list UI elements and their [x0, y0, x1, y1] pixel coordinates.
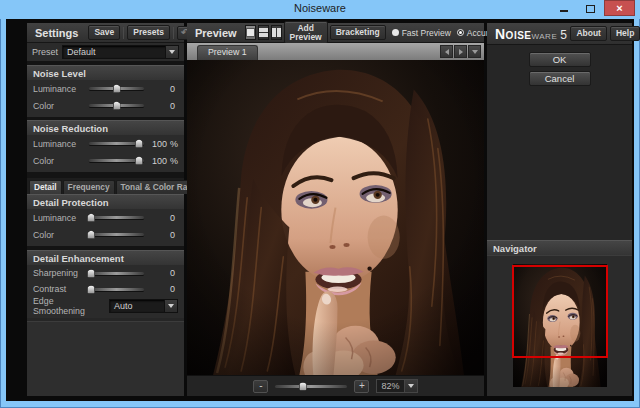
single-view-icon	[246, 28, 255, 37]
preview-tab[interactable]: Preview 1	[197, 45, 258, 60]
about-button[interactable]: About	[570, 26, 607, 41]
app-background: Settings Save Presets ↶ ↷ Preset Default	[6, 19, 634, 401]
noise-level-section: Noise Level Luminance 0 Color 0	[27, 65, 184, 117]
edge-smoothening-label: Edge Smoothening	[33, 296, 105, 316]
slider-value: 0	[148, 268, 178, 278]
contrast-slider[interactable]	[89, 284, 144, 295]
cancel-button[interactable]: Cancel	[529, 71, 591, 86]
zoom-slider-thumb[interactable]	[299, 382, 307, 391]
vertical-split-view-button[interactable]	[271, 25, 282, 40]
slider-label: Luminance	[33, 84, 85, 94]
noise-reduction-color-row: Color 100%	[27, 152, 184, 169]
noise-level-luminance-row: Luminance 0	[27, 80, 184, 97]
detail-protection-section: Detail Protection Luminance 0 Color 0	[27, 194, 184, 246]
slider-thumb[interactable]	[87, 269, 95, 278]
zoom-in-button[interactable]: +	[354, 380, 369, 393]
preset-dropdown[interactable]: Default	[62, 45, 179, 59]
brand-toolbar: Noiseware5 About Help	[487, 23, 632, 45]
help-button[interactable]: Help	[610, 26, 640, 41]
detail-protection-color-row: Color 0	[27, 226, 184, 243]
zoom-level-value: 82%	[377, 381, 403, 391]
chevron-down-icon	[472, 50, 478, 54]
tab-scroll-right-button[interactable]	[454, 45, 467, 58]
slider-thumb[interactable]	[87, 285, 95, 294]
navigator-body	[487, 255, 632, 396]
single-view-button[interactable]	[245, 25, 256, 40]
close-button[interactable]: ×	[604, 0, 635, 16]
detail-enhancement-section: Detail Enhancement Sharpening 0 Contrast…	[27, 250, 184, 318]
detail-protection-color-slider[interactable]	[89, 229, 144, 240]
preset-label: Preset	[32, 47, 58, 57]
tab-detail[interactable]: Detail	[29, 180, 62, 194]
presets-button[interactable]: Presets	[127, 25, 170, 40]
section-title: Detail Enhancement	[27, 250, 184, 265]
logo-ware-text: ware	[532, 28, 558, 42]
chevron-down-icon	[168, 304, 174, 308]
action-buttons: OK Cancel	[487, 45, 632, 92]
sharpening-slider[interactable]	[89, 268, 144, 279]
slider-thumb[interactable]	[135, 139, 143, 148]
preview-image[interactable]	[187, 60, 484, 375]
slider-label: Luminance	[33, 213, 85, 223]
noise-reduction-luminance-slider[interactable]	[89, 138, 144, 149]
portrait-photo	[187, 60, 484, 375]
slider-thumb[interactable]	[87, 230, 95, 239]
slider-thumb[interactable]	[113, 101, 121, 110]
slider-label: Color	[33, 230, 85, 240]
tab-scroll-left-button[interactable]	[440, 45, 453, 58]
zoom-level-dropdown-button[interactable]	[404, 380, 417, 392]
chevron-left-icon	[445, 49, 449, 55]
slider-value: 100%	[148, 139, 178, 149]
detail-protection-luminance-slider[interactable]	[89, 212, 144, 223]
ok-button[interactable]: OK	[529, 52, 591, 67]
slider-thumb[interactable]	[87, 213, 95, 222]
slider-value: 100%	[148, 156, 178, 166]
fast-preview-label: Fast Preview	[402, 28, 451, 38]
settings-panel: Settings Save Presets ↶ ↷ Preset Default	[27, 23, 184, 396]
navigator-view-rectangle[interactable]	[512, 265, 608, 358]
zoom-slider[interactable]	[275, 381, 347, 392]
settings-title: Settings	[31, 27, 82, 39]
save-button[interactable]: Save	[88, 25, 120, 40]
noise-level-color-slider[interactable]	[89, 100, 144, 111]
chevron-down-icon	[169, 50, 175, 54]
noise-reduction-section: Noise Reduction Luminance 100% Color 100…	[27, 120, 184, 172]
noise-level-color-row: Color 0	[27, 97, 184, 114]
maximize-button[interactable]	[577, 0, 604, 16]
section-title: Noise Level	[27, 65, 184, 80]
fast-preview-radio[interactable]: Fast Preview	[390, 28, 453, 38]
settings-tabs: Detail Frequency Tonal & Color Range	[27, 178, 184, 194]
horizontal-split-view-button[interactable]	[258, 25, 269, 40]
minimize-button[interactable]	[550, 0, 577, 16]
preset-row: Preset Default	[27, 43, 184, 61]
tab-menu-button[interactable]	[468, 45, 481, 58]
slider-thumb[interactable]	[113, 84, 121, 93]
section-title: Detail Protection	[27, 194, 184, 209]
navigator-thumbnail[interactable]	[513, 264, 607, 387]
add-preview-button[interactable]: Add Preview	[284, 21, 328, 44]
preset-dropdown-button[interactable]	[165, 46, 178, 58]
chevron-down-icon	[408, 384, 414, 388]
zoom-level-dropdown[interactable]: 82%	[376, 379, 417, 393]
horizontal-split-icon	[259, 28, 268, 37]
preview-panel: Preview Add Preview Bracketing Fast Prev…	[187, 23, 484, 396]
noise-level-luminance-slider[interactable]	[89, 83, 144, 94]
edge-smoothening-dropdown-button[interactable]	[164, 300, 177, 312]
preview-title: Preview	[191, 27, 241, 39]
bracketing-button[interactable]: Bracketing	[330, 25, 386, 40]
tab-frequency[interactable]: Frequency	[63, 180, 115, 194]
slider-thumb[interactable]	[135, 156, 143, 165]
divider	[123, 27, 124, 39]
zoom-bar: - + 82%	[187, 375, 484, 396]
chevron-right-icon	[459, 49, 463, 55]
preview-tabstrip: Preview 1	[187, 43, 484, 60]
titlebar[interactable]: Noiseware ×	[0, 0, 640, 19]
sharpening-row: Sharpening 0	[27, 265, 184, 281]
preset-value: Default	[63, 46, 165, 58]
noise-reduction-color-slider[interactable]	[89, 155, 144, 166]
zoom-out-button[interactable]: -	[253, 380, 268, 393]
slider-value: 0	[148, 84, 178, 94]
edge-smoothening-value: Auto	[110, 300, 164, 312]
edge-smoothening-dropdown[interactable]: Auto	[109, 299, 178, 313]
preview-toolbar: Preview Add Preview Bracketing Fast Prev…	[187, 23, 484, 43]
